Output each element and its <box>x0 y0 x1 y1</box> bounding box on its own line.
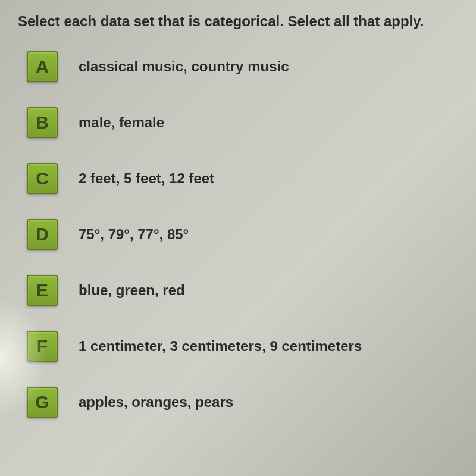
option-text-c: 2 feet, 5 feet, 12 feet <box>79 170 214 187</box>
option-row-d: D 75°, 79°, 77°, 85° <box>27 219 458 250</box>
option-text-e: blue, green, red <box>79 282 185 299</box>
option-text-a: classical music, country music <box>79 58 289 75</box>
question-prompt: Select each data set that is categorical… <box>18 12 458 30</box>
option-text-f: 1 centimeter, 3 centimeters, 9 centimete… <box>79 338 362 355</box>
option-text-g: apples, oranges, pears <box>79 394 233 411</box>
option-button-g[interactable]: G <box>27 387 58 418</box>
option-button-d[interactable]: D <box>27 219 58 250</box>
option-row-f: F 1 centimeter, 3 centimeters, 9 centime… <box>27 331 458 362</box>
option-row-c: C 2 feet, 5 feet, 12 feet <box>27 163 458 194</box>
options-list: A classical music, country music B male,… <box>18 51 458 418</box>
option-row-b: B male, female <box>27 107 458 138</box>
option-button-f[interactable]: F <box>27 331 58 362</box>
option-button-c[interactable]: C <box>27 163 58 194</box>
option-button-e[interactable]: E <box>27 275 58 306</box>
option-button-a[interactable]: A <box>27 51 58 82</box>
option-text-d: 75°, 79°, 77°, 85° <box>79 226 189 243</box>
option-row-a: A classical music, country music <box>27 51 458 82</box>
option-row-e: E blue, green, red <box>27 275 458 306</box>
option-button-b[interactable]: B <box>27 107 58 138</box>
option-row-g: G apples, oranges, pears <box>27 387 458 418</box>
option-text-b: male, female <box>79 114 164 131</box>
